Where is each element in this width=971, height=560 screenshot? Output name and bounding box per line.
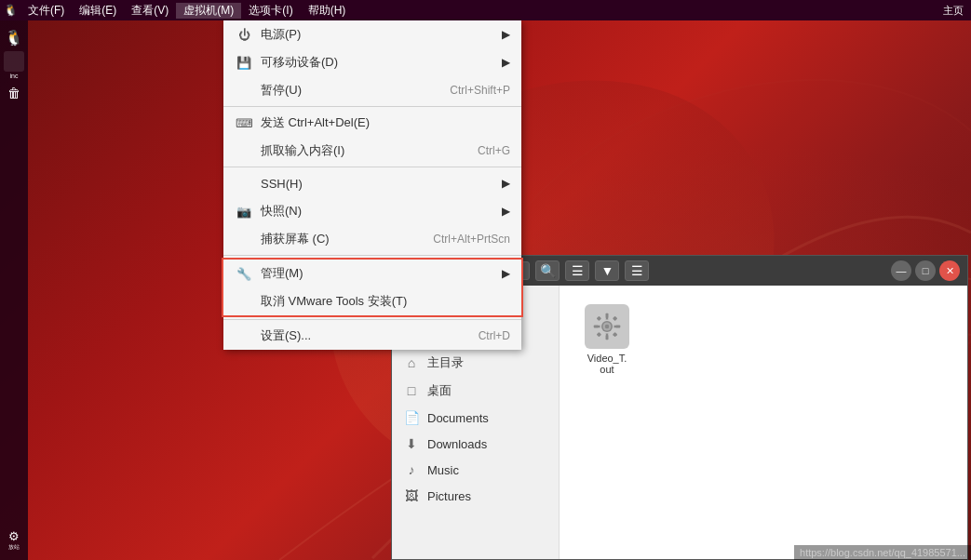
svg-point-3 [605, 325, 610, 329]
settings-icon [235, 327, 253, 345]
fm-view-btn[interactable]: ▼ [595, 260, 619, 281]
manage-arrow: ▶ [502, 267, 510, 280]
menu-edit[interactable]: 编辑(E) [72, 3, 124, 19]
fm-maximize-btn[interactable]: □ [915, 260, 936, 281]
fm-list-btn[interactable]: ☰ [565, 260, 589, 281]
cancel-icon [235, 292, 253, 311]
sidebar-dock: 🐧 inc 🗑 ⚙ 放站 [0, 20, 28, 560]
music-icon: ♪ [403, 462, 420, 477]
removable-icon: 💾 [235, 53, 253, 72]
settings-shortcut: Ctrl+D [460, 329, 510, 342]
grab-icon [235, 141, 253, 160]
close-icon: ✕ [946, 265, 954, 277]
ssh-arrow: ▶ [502, 177, 510, 190]
menu-file[interactable]: 文件(F) [20, 3, 72, 19]
documents-icon: 📄 [403, 410, 420, 425]
svg-rect-5 [606, 335, 609, 340]
menu-icon: ☰ [631, 263, 643, 278]
taskbar-right: 主页 [943, 4, 971, 18]
svg-rect-9 [613, 316, 617, 321]
sidebar-item-ubuntu[interactable]: 🐧 [2, 25, 26, 49]
view-arrow-icon: ▼ [600, 263, 614, 278]
menu-power[interactable]: ⏻ 电源(P) ▶ [223, 20, 521, 48]
menu-pause[interactable]: 暂停(U) Ctrl+Shift+P [223, 76, 521, 104]
gear-svg [590, 310, 624, 343]
separator-1 [223, 106, 521, 107]
fm-documents[interactable]: 📄 Documents [392, 405, 559, 431]
sidebar-inc-label: inc [10, 73, 19, 79]
grab-shortcut: Ctrl+G [459, 144, 510, 157]
snapshot-icon: 📷 [235, 202, 253, 220]
separator-3 [223, 255, 521, 256]
menu-grab-input[interactable]: 抓取输入内容(I) Ctrl+G [223, 137, 521, 165]
svg-rect-7 [615, 326, 620, 328]
fm-menu-btn[interactable]: ☰ [625, 260, 649, 281]
menu-capture-screen[interactable]: 捕获屏幕 (C) Ctrl+Alt+PrtScn [223, 225, 521, 253]
maximize-icon: □ [923, 265, 929, 276]
fm-close-btn[interactable]: ✕ [939, 260, 960, 281]
fm-search-btn[interactable]: 🔍 [535, 260, 560, 281]
sidebar-item-trash[interactable]: 🗑 [2, 81, 26, 105]
list-icon: ☰ [572, 263, 584, 278]
ubuntu-logo: 🐧 [5, 29, 23, 47]
capture-shortcut: Ctrl+Alt+PrtScn [414, 233, 510, 246]
dock-label: 放站 [8, 543, 20, 552]
snapshot-arrow: ▶ [502, 205, 510, 218]
menu-view[interactable]: 查看(V) [124, 3, 176, 19]
fm-file-video[interactable]: Video_T.out [574, 300, 640, 379]
ubuntu-icon[interactable]: 🐧 [0, 0, 20, 20]
manage-icon: 🔧 [235, 264, 253, 283]
ssh-icon [235, 174, 253, 193]
fm-desktop[interactable]: □ 桌面 [392, 377, 559, 405]
keyboard-icon: ⌨ [235, 113, 253, 132]
url-bar: https://blog.csdn.net/qq_41985571... [794, 545, 971, 560]
menu-ssh[interactable]: SSH(H) ▶ [223, 169, 521, 197]
separator-4 [223, 319, 521, 320]
capture-icon [235, 230, 253, 248]
highlighted-section: 🔧 管理(M) ▶ 取消 VMware Tools 安装(T) [222, 258, 523, 317]
menu-manage[interactable]: 🔧 管理(M) ▶ [223, 260, 521, 287]
sidebar-item-dock[interactable]: ⚙ 放站 [2, 528, 26, 553]
menu-vm[interactable]: 虚拟机(M) [176, 3, 241, 19]
separator-2 [223, 167, 521, 167]
pictures-icon: 🖼 [403, 488, 420, 503]
pause-shortcut: Ctrl+Shift+P [431, 84, 510, 97]
power-arrow: ▶ [502, 28, 510, 41]
fm-main-area[interactable]: Video_T.out [560, 286, 967, 559]
menu-help[interactable]: 帮助(H) [301, 3, 354, 19]
svg-rect-10 [597, 332, 601, 337]
menu-ctrlaltdel[interactable]: ⌨ 发送 Ctrl+Alt+Del(E) [223, 109, 521, 137]
taskbar-top: 🐧 文件(F) 编辑(E) 查看(V) 虚拟机(M) 选项卡(I) 帮助(H) … [0, 0, 971, 20]
fm-pictures[interactable]: 🖼 Pictures [392, 483, 559, 509]
fm-file-icon-gear [585, 304, 629, 349]
sidebar-item-inc[interactable]: inc [2, 53, 26, 77]
menu-settings[interactable]: 设置(S)... Ctrl+D [223, 322, 521, 350]
dropdown-vm-menu: ⏻ 电源(P) ▶ 💾 可移动设备(D) ▶ 暂停(U) Ctrl+Shift+… [223, 20, 521, 350]
fm-minimize-btn[interactable]: — [891, 260, 911, 281]
menu-snapshot[interactable]: 📷 快照(N) ▶ [223, 197, 521, 225]
desktop-icon: □ [403, 383, 420, 398]
search-icon: 🔍 [540, 263, 556, 278]
home-icon: ⌂ [403, 355, 420, 370]
svg-rect-4 [606, 313, 609, 318]
svg-rect-6 [594, 326, 599, 328]
fm-home[interactable]: ⌂ 主目录 [392, 349, 559, 377]
trash-icon: 🗑 [7, 86, 20, 100]
pause-icon [235, 81, 253, 100]
svg-rect-11 [613, 332, 617, 337]
taskbar-home[interactable]: 主页 [943, 4, 964, 18]
downloads-icon: ⬇ [403, 436, 420, 451]
removable-arrow: ▶ [502, 56, 510, 69]
fm-window-controls: — □ ✕ [891, 260, 960, 281]
menu-tab[interactable]: 选项卡(I) [241, 3, 300, 19]
minimize-icon: — [897, 265, 907, 276]
fm-music[interactable]: ♪ Music [392, 457, 559, 483]
fm-downloads[interactable]: ⬇ Downloads [392, 431, 559, 457]
svg-rect-8 [597, 316, 601, 321]
taskbar-top-left: 🐧 文件(F) 编辑(E) 查看(V) 虚拟机(M) 选项卡(I) 帮助(H) [0, 0, 943, 20]
taskbar-menu-items: 文件(F) 编辑(E) 查看(V) 虚拟机(M) 选项卡(I) 帮助(H) [20, 3, 353, 19]
power-icon: ⏻ [235, 25, 253, 44]
dock-icon: ⚙ [8, 529, 20, 543]
menu-cancel-vmtools[interactable]: 取消 VMware Tools 安装(T) [223, 287, 521, 315]
menu-removable[interactable]: 💾 可移动设备(D) ▶ [223, 48, 521, 76]
